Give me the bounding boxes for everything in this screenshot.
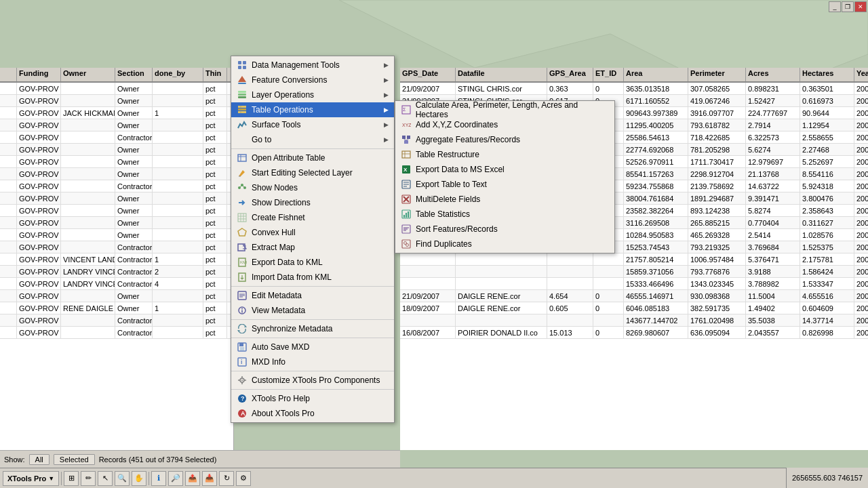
menu-item-sync-metadata[interactable]: Synchronize Metadata bbox=[231, 321, 394, 336]
table-cell: 1.525375 bbox=[800, 241, 854, 253]
create-fishnet-icon bbox=[237, 212, 248, 223]
menu-item-extract-map[interactable]: Extract Map bbox=[231, 240, 394, 255]
submenu-item-add-xyz[interactable]: XYZ Add X,Y,Z Coordinates bbox=[395, 117, 614, 132]
submenu-item-restructure[interactable]: Table Restructure bbox=[395, 147, 614, 162]
menu-item-export-kml[interactable]: KML Export Data to KML bbox=[231, 255, 394, 270]
submenu-item-calc-area[interactable]: Σ Calculate Area, Perimeter, Length, Acr… bbox=[395, 102, 614, 117]
table-cell bbox=[0, 144, 17, 155]
table-cell: Owner bbox=[115, 290, 153, 302]
toolbar-grid-btn[interactable]: ⊞ bbox=[64, 471, 79, 486]
open-attr-icon bbox=[237, 152, 248, 163]
menu-item-table-operations[interactable]: Table Operations ▶ bbox=[231, 102, 394, 117]
menu-separator-1 bbox=[231, 148, 394, 149]
table-cell: 0.605 bbox=[547, 302, 593, 314]
menu-item-help[interactable]: ? XTools Pro Help bbox=[231, 391, 394, 406]
table-cell: 11.5004 bbox=[746, 290, 800, 302]
close-btn[interactable]: ✕ bbox=[854, 1, 867, 12]
submenu-item-stats[interactable]: Table Statistics bbox=[395, 207, 614, 222]
table-cell bbox=[61, 290, 115, 302]
toolbar-search-btn[interactable]: 🔎 bbox=[168, 471, 183, 486]
table-cell: 6046.085183 bbox=[624, 302, 688, 314]
menu-item-about[interactable]: A About XTools Pro bbox=[231, 406, 394, 421]
table-cell bbox=[0, 327, 17, 338]
table-cell: 200 bbox=[854, 290, 868, 302]
menu-separator-3 bbox=[231, 319, 394, 320]
submenu-item-export-excel[interactable]: X Export Data to MS Excel bbox=[395, 162, 614, 177]
table-cell bbox=[61, 180, 115, 192]
svg-rect-7 bbox=[238, 83, 246, 84]
menu-item-view-metadata[interactable]: View Metadata bbox=[231, 303, 394, 318]
toolbar-export-btn[interactable]: 📤 bbox=[185, 471, 200, 486]
table-cell: pct bbox=[203, 205, 227, 216]
col-et-id: ET_ID bbox=[593, 68, 624, 81]
table-cell: pct bbox=[203, 144, 227, 155]
table-cell: 0.363 bbox=[547, 83, 593, 94]
table-cell: pct bbox=[203, 156, 227, 167]
table-cell: 85541.157263 bbox=[624, 168, 688, 180]
menu-item-customize[interactable]: Customize XTools Pro Components bbox=[231, 373, 394, 388]
svg-rect-12 bbox=[238, 108, 246, 110]
menu-item-convex-hull[interactable]: Convex Hull bbox=[231, 225, 394, 240]
auto-save-label: Auto Save MXD bbox=[252, 342, 389, 352]
menu-item-go-to[interactable]: Go to ▶ bbox=[231, 132, 394, 147]
svg-marker-29 bbox=[238, 228, 246, 236]
toolbar-pan-btn[interactable]: ✋ bbox=[132, 471, 146, 486]
col-owner: Owner bbox=[61, 68, 115, 81]
sort-label: Sort Features/Records bbox=[416, 224, 498, 234]
table-cell: Owner bbox=[115, 95, 153, 106]
table-cell: Contractor bbox=[115, 180, 153, 192]
menu-item-import-kml[interactable]: Import Data from KML bbox=[231, 270, 394, 285]
submenu-item-sort[interactable]: Sort Features/Records bbox=[395, 222, 614, 237]
menu-item-create-fishnet[interactable]: Create Fishnet bbox=[231, 210, 394, 225]
svg-rect-24 bbox=[238, 214, 246, 222]
table-cell: 143677.144702 bbox=[624, 314, 688, 326]
menu-item-open-attr[interactable]: Open Attribute Table bbox=[231, 150, 394, 165]
table-cell: 4 bbox=[153, 278, 203, 289]
table-cell: GOV-PROV bbox=[17, 192, 61, 204]
menu-item-data-management[interactable]: Data Management Tools ▶ bbox=[231, 58, 394, 73]
toolbar-settings-btn[interactable]: ⚙ bbox=[236, 471, 251, 486]
selected-button[interactable]: Selected bbox=[54, 454, 95, 465]
submenu-item-export-text[interactable]: Export Table to Text bbox=[395, 177, 614, 192]
toolbar-refresh-btn[interactable]: ↻ bbox=[219, 471, 234, 486]
menu-item-edit-metadata[interactable]: Edit Metadata bbox=[231, 288, 394, 303]
table-cell bbox=[456, 253, 547, 265]
menu-item-auto-save[interactable]: Auto Save MXD bbox=[231, 340, 394, 354]
table-cell bbox=[61, 217, 115, 228]
table-cell: GOV-PROV bbox=[17, 144, 61, 155]
table-cell bbox=[0, 217, 17, 228]
restore-btn[interactable]: ❐ bbox=[842, 1, 854, 12]
menu-separator-2 bbox=[231, 286, 394, 287]
submenu-item-find-dup[interactable]: Find Duplicates bbox=[395, 237, 614, 251]
menu-item-start-editing[interactable]: Start Editing Selected Layer bbox=[231, 165, 394, 180]
menu-item-show-directions[interactable]: Show Directions bbox=[231, 195, 394, 210]
menu-item-feature-conversions[interactable]: Feature Conversions ▶ bbox=[231, 73, 394, 87]
submenu-item-multidelete[interactable]: MultiDelete Fields bbox=[395, 192, 614, 207]
svg-text:X: X bbox=[403, 167, 408, 173]
multidelete-label: MultiDelete Fields bbox=[416, 195, 480, 204]
table-cell bbox=[153, 241, 203, 253]
svg-rect-66 bbox=[402, 151, 410, 158]
toolbar-info-btn[interactable]: ℹ bbox=[151, 471, 166, 486]
submenu-item-aggregate[interactable]: Aggregate Features/Records bbox=[395, 132, 614, 147]
table-cell: 0 bbox=[593, 83, 624, 94]
menu-item-layer-operations[interactable]: Layer Operations ▶ bbox=[231, 87, 394, 102]
menu-item-show-nodes[interactable]: Show Nodes bbox=[231, 180, 394, 195]
toolbar-select-btn[interactable]: ↖ bbox=[98, 471, 113, 486]
table-cell: Contractor bbox=[115, 241, 153, 253]
table-cell bbox=[61, 83, 115, 94]
toolbar-edit-btn[interactable]: ✏ bbox=[81, 471, 96, 486]
table-row: GOV-PROVOwnerpct bbox=[0, 83, 233, 95]
table-cell: LANDRY VINCE bbox=[61, 266, 115, 277]
minimize-btn[interactable]: _ bbox=[829, 1, 841, 12]
table-row: 21/09/2007DAIGLE RENE.cor4.654046555.146… bbox=[400, 290, 868, 302]
all-button[interactable]: All bbox=[29, 454, 50, 465]
toolbar-kml-btn[interactable]: 📥 bbox=[202, 471, 217, 486]
table-cell bbox=[400, 266, 456, 277]
menu-item-mxd-info[interactable]: i MXD Info bbox=[231, 354, 394, 369]
svg-text:XYZ: XYZ bbox=[402, 123, 411, 127]
toolbar-zoom-btn[interactable]: 🔍 bbox=[115, 471, 130, 486]
menu-item-surface-tools[interactable]: Surface Tools ▶ bbox=[231, 117, 394, 132]
xtools-dropdown-btn[interactable]: XTools Pro ▼ bbox=[3, 471, 59, 486]
table-row: GOV-PROVRENE DAIGLEOwner1pct bbox=[0, 302, 233, 314]
